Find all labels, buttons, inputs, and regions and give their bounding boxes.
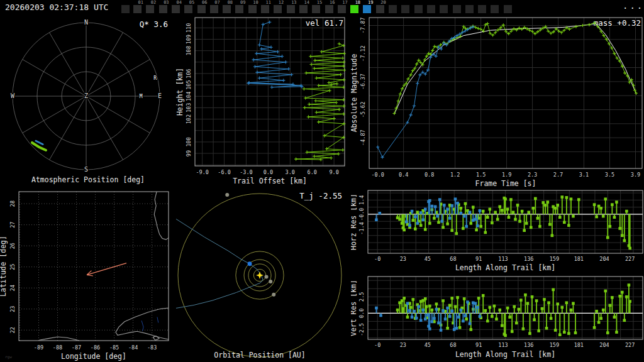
coastlines bbox=[39, 192, 169, 341]
y-tick-label: -6.37 bbox=[360, 74, 366, 90]
x-tick-label: 45 bbox=[425, 256, 431, 262]
frame-button-blank[interactable] bbox=[427, 5, 435, 13]
frame-button-15[interactable]: 15 bbox=[312, 5, 320, 13]
frame-number-label: 01 bbox=[138, 1, 143, 5]
frame-button-blank[interactable] bbox=[491, 5, 499, 13]
frame-button-10[interactable]: 10 bbox=[248, 5, 257, 13]
y-tick-label: 106 bbox=[186, 69, 192, 78]
frame-button-blank[interactable] bbox=[478, 5, 486, 13]
frame-button-07[interactable]: 07 bbox=[210, 5, 218, 13]
x-tick-label: -86 bbox=[91, 344, 100, 351]
x-tick-label: 3.5 bbox=[605, 172, 614, 178]
lightcurve-blue bbox=[376, 25, 475, 158]
frame-button-blank[interactable] bbox=[389, 5, 397, 13]
frame-button-17[interactable]: 17 bbox=[338, 5, 346, 13]
y-tick-label: 24 bbox=[9, 285, 16, 291]
y-axis-label: Latitude [deg] bbox=[0, 236, 8, 297]
frame-button-blank[interactable] bbox=[440, 5, 448, 13]
marker-label-R: R bbox=[153, 75, 157, 81]
frame-button-blank[interactable] bbox=[465, 5, 474, 13]
y-tick-label: 100 bbox=[186, 137, 192, 146]
q-value-label: Q* 3.6 bbox=[140, 19, 168, 29]
x-tick-label: 2.3 bbox=[528, 172, 537, 178]
panel-magnitude: -0.00.40.81.21.51.92.32.73.13.53.9-7.87-… bbox=[351, 16, 644, 189]
overflow-menu-button[interactable]: ... bbox=[623, 1, 644, 11]
frame-button-blank[interactable] bbox=[414, 5, 423, 13]
y-tick-label: 102 bbox=[186, 114, 192, 124]
y-tick-label: 0.0 bbox=[358, 309, 365, 318]
ground-track-arrow bbox=[87, 263, 126, 276]
x-tick-label: 91 bbox=[475, 342, 482, 348]
frame-button-blank[interactable] bbox=[453, 5, 461, 13]
frame-number-label: 18 bbox=[355, 1, 360, 5]
vert-res-plot: -0234568911131361591812042272.50.0-2.5Le… bbox=[351, 273, 644, 362]
y-axis-label: Absolute Magnitude bbox=[351, 54, 358, 133]
panel-atmospheric-position: NESWZRMQ* 3.6Atmospheric Position [deg] bbox=[0, 16, 176, 189]
frame-button-09[interactable]: 09 bbox=[235, 5, 243, 13]
magnitude-corner-label: mass +0.32 bbox=[594, 18, 641, 28]
magnitude-plot: -0.00.40.81.21.51.92.32.73.13.53.9-7.87-… bbox=[351, 16, 644, 189]
ground-track-map: -89-88-87-86-85-84-8322232425262728Longi… bbox=[0, 189, 176, 362]
frame-number-label: 14 bbox=[304, 1, 309, 5]
x-axis-label: Longitude [deg] bbox=[61, 352, 126, 361]
x-tick-label: 113 bbox=[498, 342, 508, 348]
y-tick-label: 104 bbox=[186, 92, 192, 101]
atmospheric-position-plot: NESWZRMQ* 3.6Atmospheric Position [deg] bbox=[0, 16, 176, 189]
x-tick-label: 159 bbox=[550, 342, 559, 348]
y-tick-label: 26 bbox=[9, 243, 16, 249]
frame-number-label: 11 bbox=[266, 1, 271, 5]
y-tick-label: 109 bbox=[186, 35, 192, 44]
frame-number-label: 08 bbox=[228, 1, 233, 5]
watermark: rgw bbox=[5, 354, 12, 359]
frame-button-06[interactable]: 06 bbox=[197, 5, 206, 13]
frame-button-05[interactable]: 05 bbox=[184, 5, 192, 13]
y-tick-label: -2.5 bbox=[358, 323, 365, 336]
y-tick-label: 22 bbox=[9, 327, 16, 333]
y-tick-label: 28 bbox=[9, 200, 16, 207]
x-tick-label: 227 bbox=[625, 342, 635, 348]
frame-button-18[interactable]: 18 bbox=[350, 5, 358, 13]
x-tick-label: -88 bbox=[53, 344, 62, 351]
frame-button-blank[interactable] bbox=[504, 5, 512, 13]
x-tick-label: -3.0 bbox=[240, 169, 252, 175]
panel-vert-res: -0234568911131361591812042272.50.0-2.5Le… bbox=[351, 273, 644, 362]
frame-button-03[interactable]: 03 bbox=[159, 5, 167, 13]
x-tick-label: 1.9 bbox=[502, 172, 511, 178]
x-tick-label: 204 bbox=[599, 256, 609, 262]
model-lightcurve bbox=[394, 24, 636, 114]
panel-trail-offset: -9.0-6.0-3.00.03.06.09.09910010210310410… bbox=[176, 16, 351, 189]
x-tick-label: -0 bbox=[374, 256, 380, 262]
tisserand-label: T_j -2.55 bbox=[299, 191, 342, 200]
frame-button-blank[interactable] bbox=[121, 5, 130, 13]
frame-button-02[interactable]: 02 bbox=[146, 5, 154, 13]
frame-button-08[interactable]: 08 bbox=[223, 5, 231, 13]
frame-button-19[interactable]: 19 bbox=[363, 5, 371, 13]
horz-res-plot: -0234568911131361591812042271.4-0.0-1.4L… bbox=[351, 189, 644, 273]
x-tick-label: 136 bbox=[524, 342, 533, 348]
frame-button-20[interactable]: 20 bbox=[376, 5, 384, 13]
x-tick-label: 45 bbox=[425, 342, 431, 348]
frame-button-13[interactable]: 13 bbox=[287, 5, 295, 13]
trail-offset-plot: -9.0-6.0-3.00.03.06.09.09910010210310410… bbox=[176, 16, 351, 189]
y-tick-label: -7.87 bbox=[360, 18, 366, 34]
x-tick-label: -85 bbox=[109, 344, 119, 351]
y-tick-label: -7.12 bbox=[360, 45, 366, 62]
frame-button-11[interactable]: 11 bbox=[261, 5, 269, 13]
x-tick-label: 0.4 bbox=[399, 172, 408, 178]
frame-number-label: 12 bbox=[279, 1, 284, 5]
frame-number-label: 04 bbox=[176, 1, 181, 5]
frame-button-01[interactable]: 01 bbox=[133, 5, 142, 13]
frame-number-label: 17 bbox=[342, 1, 347, 5]
frame-button-14[interactable]: 14 bbox=[299, 5, 308, 13]
frame-button-blank[interactable] bbox=[401, 5, 409, 13]
frame-button-04[interactable]: 04 bbox=[172, 5, 180, 13]
x-tick-label: -9.0 bbox=[196, 169, 208, 175]
frame-button-16[interactable]: 16 bbox=[325, 5, 333, 13]
timestamp: 20260203 02:37:18 UTC bbox=[5, 3, 108, 12]
trail-green bbox=[294, 42, 346, 161]
x-tick-label: 0.8 bbox=[425, 172, 434, 178]
frame-button-12[interactable]: 12 bbox=[274, 5, 282, 13]
planet-dot bbox=[225, 193, 229, 197]
x-axis-label: Frame Time [s] bbox=[475, 179, 536, 188]
orbital-position-plot: T_j -2.55Orbital Position [AU] bbox=[176, 189, 351, 362]
